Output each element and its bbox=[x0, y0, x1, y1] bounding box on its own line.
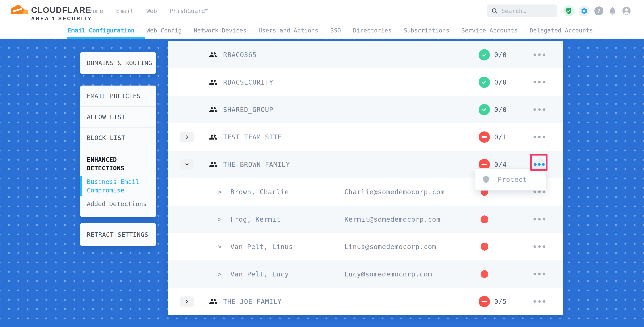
sidebar-item-retract-settings[interactable]: RETRACT SETTINGS bbox=[80, 223, 156, 246]
protect-count: 0/0 bbox=[494, 78, 507, 86]
row-actions-menu-button[interactable] bbox=[528, 131, 550, 143]
table-row[interactable]: > Van Pelt, Linus Linus@somedemocorp.com bbox=[168, 233, 563, 260]
user-name: Brown, Charlie bbox=[230, 188, 289, 196]
row-context-menu: Protect bbox=[475, 168, 546, 191]
protect-count: 0/4 bbox=[494, 161, 507, 168]
tab-email-configuration[interactable]: Email Configuration bbox=[68, 22, 134, 38]
row-actions-menu-button[interactable] bbox=[528, 103, 550, 116]
sidebar-item-allow-list[interactable]: ALLOW LIST bbox=[80, 106, 156, 127]
unprotected-dot bbox=[480, 215, 488, 223]
user-name: Van Pelt, Lucy bbox=[230, 270, 289, 278]
group-name: TEST TEAM SITE bbox=[223, 133, 282, 141]
tab-network-devices[interactable]: Network Devices bbox=[194, 22, 246, 38]
top-icon-cluster: ? bbox=[563, 0, 631, 22]
row-actions-menu-button[interactable] bbox=[528, 241, 550, 253]
unprotected-status-icon bbox=[478, 296, 490, 307]
search-box[interactable] bbox=[487, 4, 557, 17]
primary-nav: Home Email Web PhishGuard™ bbox=[89, 0, 208, 22]
table-row[interactable]: SHARED_GROUP 0/0 bbox=[168, 96, 563, 123]
brand-wordmark: CLOUDFLARE’ bbox=[31, 5, 92, 15]
account-avatar-icon[interactable] bbox=[622, 6, 631, 16]
group-icon bbox=[209, 78, 218, 86]
sidebar-item-added-detections[interactable]: Added Detections bbox=[87, 200, 147, 208]
table-row[interactable]: > Frog, Kermit Kermit@somedemocorp.com bbox=[168, 206, 563, 233]
config-tab-bar: Email Configuration Web Config Network D… bbox=[0, 22, 644, 39]
chevron-right-icon: > bbox=[218, 243, 222, 250]
chevron-down-icon bbox=[184, 162, 190, 167]
protect-count: 0/1 bbox=[494, 133, 507, 141]
row-actions-menu-button[interactable] bbox=[528, 213, 550, 226]
top-app-bar: CLOUDFLARE’ AREA 1 SECURITY Home Email W… bbox=[0, 0, 644, 22]
group-icon bbox=[209, 133, 218, 141]
protect-count: 0/0 bbox=[494, 106, 507, 113]
chevron-right-icon: > bbox=[218, 216, 222, 223]
sidebar-item-email-policies[interactable]: EMAIL POLICIES bbox=[80, 85, 156, 106]
protection-shield-icon[interactable] bbox=[563, 5, 574, 16]
table-row[interactable]: TEST TEAM SITE 0/1 bbox=[168, 123, 563, 151]
tab-service-accounts[interactable]: Service Accounts bbox=[461, 22, 518, 38]
sidebar-item-business-email-compromise[interactable]: Business Email Compromise bbox=[87, 178, 147, 195]
help-icon[interactable]: ? bbox=[594, 6, 603, 15]
table-row[interactable]: RBACO365 0/0 bbox=[168, 41, 563, 68]
user-email: Charlie@somedemocorp.com bbox=[344, 188, 444, 196]
settings-gear-icon[interactable] bbox=[579, 5, 590, 16]
expand-row-button[interactable] bbox=[180, 132, 194, 142]
unprotected-dot bbox=[480, 270, 488, 278]
group-icon bbox=[209, 297, 218, 306]
table-row[interactable]: THE JOE FAMILY 0/5 bbox=[168, 288, 563, 315]
group-name: RBACSECURITY bbox=[223, 78, 273, 86]
row-actions-menu-button[interactable] bbox=[528, 268, 550, 280]
user-name: Van Pelt, Linus bbox=[230, 243, 293, 251]
shield-icon bbox=[482, 175, 490, 184]
row-actions-menu-button[interactable] bbox=[528, 295, 550, 308]
group-icon bbox=[209, 50, 218, 59]
enhanced-detections-section: ENHANCED DETECTIONS Business Email Compr… bbox=[80, 148, 156, 217]
group-name: RBACO365 bbox=[223, 51, 257, 59]
sidebar-item-block-list[interactable]: BLOCK LIST bbox=[80, 127, 156, 148]
search-icon bbox=[491, 7, 498, 14]
chevron-right-icon: > bbox=[218, 271, 222, 278]
protected-status-icon bbox=[478, 104, 490, 115]
user-email: Lucy@somedemocorp.com bbox=[344, 270, 432, 278]
chevron-right-icon bbox=[184, 299, 190, 304]
user-email: Kermit@somedemocorp.com bbox=[344, 215, 440, 223]
protect-count: 0/5 bbox=[494, 298, 507, 306]
nav-item-email[interactable]: Email bbox=[116, 7, 134, 14]
tab-subscriptions[interactable]: Subscriptions bbox=[404, 22, 450, 38]
tab-sso[interactable]: SSO bbox=[330, 22, 341, 38]
tab-directories[interactable]: Directories bbox=[353, 22, 392, 38]
search-input[interactable] bbox=[502, 7, 550, 14]
nav-item-phishguard[interactable]: PhishGuard™ bbox=[170, 7, 208, 14]
tab-users-and-actions[interactable]: Users and Actions bbox=[258, 22, 318, 38]
table-row[interactable]: RBACSECURITY 0/0 bbox=[168, 68, 563, 96]
sidebar-item-domains-routing[interactable]: DOMAINS & ROUTING bbox=[80, 52, 156, 74]
group-icon bbox=[209, 160, 218, 169]
user-name: Frog, Kermit bbox=[230, 215, 280, 223]
row-actions-menu-button[interactable] bbox=[528, 49, 550, 61]
table-row[interactable]: > Van Pelt, Lucy Lucy@somedemocorp.com bbox=[168, 260, 563, 288]
collapse-row-button[interactable] bbox=[180, 159, 194, 170]
brand-product-line: AREA 1 SECURITY bbox=[31, 16, 92, 21]
row-actions-menu-button[interactable] bbox=[528, 76, 550, 88]
protected-status-icon bbox=[478, 49, 490, 60]
nav-item-web[interactable]: Web bbox=[146, 7, 157, 14]
sidebar-policies-card: EMAIL POLICIES ALLOW LIST BLOCK LIST ENH… bbox=[80, 85, 156, 217]
notifications-bell-icon[interactable] bbox=[608, 6, 617, 15]
group-icon bbox=[209, 105, 218, 114]
group-name: THE BROWN FAMILY bbox=[223, 161, 290, 168]
tab-web-config[interactable]: Web Config bbox=[146, 22, 182, 38]
nav-item-home[interactable]: Home bbox=[89, 7, 103, 14]
protected-status-icon bbox=[478, 77, 490, 88]
chevron-right-icon bbox=[184, 134, 190, 140]
area1-security-app: { "brand": { "wordmark": "CLOUDFLARE", "… bbox=[0, 0, 644, 327]
chevron-right-icon: > bbox=[218, 188, 222, 196]
unprotected-status-icon bbox=[478, 131, 490, 143]
enhanced-detections-title: ENHANCED DETECTIONS bbox=[87, 155, 147, 172]
menu-item-protect[interactable]: Protect bbox=[498, 176, 527, 183]
group-name: SHARED_GROUP bbox=[223, 106, 273, 113]
tab-delegated-accounts[interactable]: Delegated Accounts bbox=[530, 22, 593, 38]
group-name: THE JOE FAMILY bbox=[223, 298, 282, 306]
expand-row-button[interactable] bbox=[180, 297, 194, 307]
protect-count: 0/0 bbox=[494, 51, 507, 59]
user-email: Linus@somedemocorp.com bbox=[344, 243, 436, 251]
